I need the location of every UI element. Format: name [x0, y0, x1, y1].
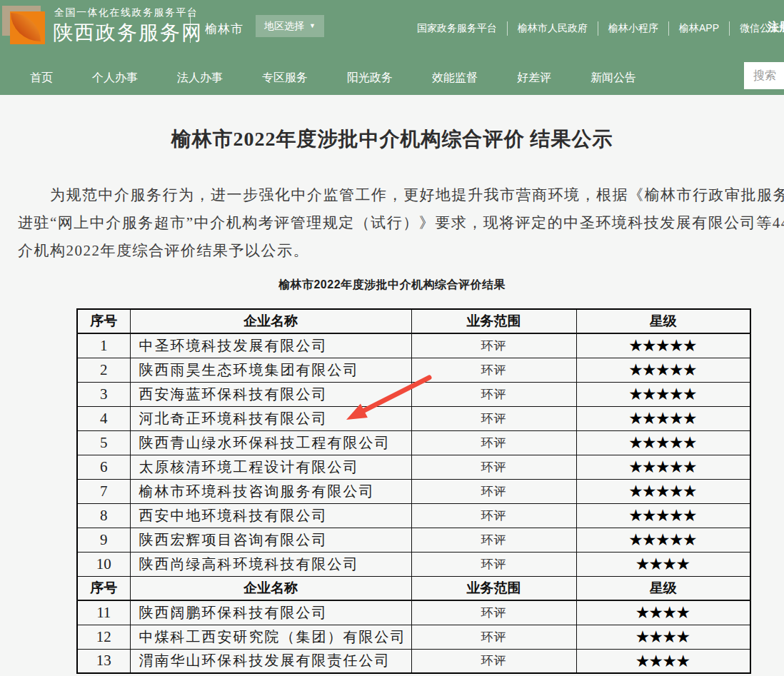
nav-item-home[interactable]: 首页 [30, 71, 53, 86]
top-link-national-platform[interactable]: 国家政务服务平台 [407, 21, 507, 36]
business-scope: 环评 [411, 406, 576, 430]
business-scope: 环评 [411, 382, 576, 406]
row-number: 13 [77, 649, 130, 673]
nav-item-news[interactable]: 新闻公告 [590, 71, 636, 86]
star-rating: ★★★★★ [576, 455, 750, 479]
company-name: 渭南华山环保科技发展有限责任公司 [130, 649, 411, 673]
row-number: 8 [77, 503, 130, 528]
business-scope: 环评 [411, 358, 576, 382]
table-row: 13 渭南华山环保科技发展有限责任公司 环评 ★★★★ [77, 649, 750, 673]
company-name: 陕西青山绿水环保科技工程有限公司 [130, 430, 411, 455]
company-name: 陕西雨昊生态环境集团有限公司 [130, 358, 411, 382]
star-rating: ★★★★★ [576, 503, 750, 528]
star-rating: ★★★★★ [576, 528, 750, 552]
row-number: 5 [77, 430, 130, 455]
star-rating: ★★★★★ [576, 406, 750, 430]
row-number: 3 [77, 382, 130, 406]
row-number: 2 [77, 358, 130, 382]
notice-paragraph: 为规范中介服务行为，进一步强化中介监管工作，更好地提升我市营商环境，根据《榆林市… [18, 181, 784, 265]
row-number: 6 [77, 455, 130, 479]
star-rating: ★★★★★ [576, 333, 750, 358]
table-row: 10 陕西尚绿高科环境科技有限公司 环评 ★★★★ [77, 552, 750, 576]
table-header-row: 序号 企业名称 业务范围 星级 [77, 309, 750, 333]
logo-orange-square [10, 11, 45, 44]
main-nav: 首页 个人办事 法人办事 专区服务 阳光政务 效能监督 好差评 新闻公告 [30, 71, 636, 86]
business-scope: 环评 [411, 625, 576, 649]
star-rating: ★★★★★ [576, 430, 750, 455]
nav-item-supervision[interactable]: 效能监督 [432, 71, 478, 86]
site-header: 全国一体化在线政务服务平台 陕西政务服务网 榆林市 地区选择 ▼ 国家政务服务平… [0, 0, 784, 95]
paragraph-line: 进驻“网上中介服务超市”中介机构考评管理规定（试行）》要求，现将评定的中圣环境科… [18, 209, 784, 237]
header-cell-scope: 业务范围 [411, 576, 576, 600]
top-link-city-government[interactable]: 榆林市人民政府 [507, 21, 598, 36]
company-name: 西安海蓝环保科技有限公司 [130, 382, 411, 406]
nav-item-legal-person[interactable]: 法人办事 [177, 71, 223, 86]
row-number: 7 [77, 479, 130, 503]
table-row: 1 中圣环境科技发展有限公司 环评 ★★★★★ [77, 333, 750, 358]
company-name: 太原核清环境工程设计有限公司 [130, 455, 411, 479]
business-scope: 环评 [411, 333, 576, 358]
business-scope: 环评 [411, 552, 576, 576]
row-number: 11 [77, 600, 130, 625]
company-name: 西安中地环境科技有限公司 [130, 503, 411, 528]
table-row: 11 陕西阔鹏环保科技有限公司 环评 ★★★★ [77, 600, 750, 625]
paragraph-line: 介机构2022年度综合评价结果予以公示。 [18, 237, 784, 265]
business-scope: 环评 [411, 430, 576, 455]
business-scope: 环评 [411, 649, 576, 673]
header-cell-no: 序号 [77, 576, 130, 600]
row-number: 12 [77, 625, 130, 649]
row-number: 10 [77, 552, 130, 576]
table-row: 7 榆林市环境科技咨询服务有限公司 环评 ★★★★★ [77, 479, 750, 503]
row-number: 1 [77, 333, 130, 358]
table-row: 3 西安海蓝环保科技有限公司 环评 ★★★★★ [77, 382, 750, 406]
chevron-down-icon: ▼ [309, 23, 316, 29]
business-scope: 环评 [411, 600, 576, 625]
business-scope: 环评 [411, 479, 576, 503]
region-selector-button[interactable]: 地区选择 ▼ [256, 15, 324, 37]
row-number: 4 [77, 406, 130, 430]
logo-leaf-icon [11, 13, 41, 41]
nav-item-personal[interactable]: 个人办事 [92, 71, 138, 86]
current-city-label: 榆林市 [205, 21, 243, 37]
nav-item-transparency[interactable]: 阳光政务 [347, 71, 393, 86]
register-link[interactable]: 注册 [768, 20, 784, 35]
star-rating: ★★★★ [576, 552, 750, 576]
table-row: 9 陕西宏辉项目咨询有限公司 环评 ★★★★★ [77, 528, 750, 552]
evaluation-table: 序号 企业名称 业务范围 星级 1 中圣环境科技发展有限公司 环评 ★★★★★ … [76, 308, 751, 674]
business-scope: 环评 [411, 528, 576, 552]
business-scope: 环评 [411, 503, 576, 528]
top-link-app[interactable]: 榆林APP [668, 21, 729, 36]
header-divider [190, 14, 191, 43]
region-selector-label: 地区选择 [264, 20, 304, 33]
top-link-mini-program[interactable]: 榆林小程序 [598, 21, 668, 36]
star-rating: ★★★★ [576, 625, 750, 649]
site-logo[interactable] [2, 6, 46, 46]
company-name: 中煤科工西安研究院（集团）有限公司 [130, 625, 411, 649]
table-row: 8 西安中地环境科技有限公司 环评 ★★★★★ [77, 503, 750, 528]
evaluation-table-body: 序号 企业名称 业务范围 星级 1 中圣环境科技发展有限公司 环评 ★★★★★ … [77, 309, 750, 673]
site-name: 陕西政务服务网 [53, 19, 203, 46]
star-rating: ★★★★ [576, 600, 750, 625]
search-input[interactable] [744, 62, 784, 89]
table-row: 6 太原核清环境工程设计有限公司 环评 ★★★★★ [77, 455, 750, 479]
table-header-row: 序号 企业名称 业务范围 星级 [77, 576, 750, 600]
star-rating: ★★★★ [576, 649, 750, 673]
company-name: 陕西宏辉项目咨询有限公司 [130, 528, 411, 552]
star-rating: ★★★★★ [576, 358, 750, 382]
header-cell-no: 序号 [77, 309, 130, 333]
header-cell-company: 企业名称 [130, 576, 411, 600]
header-cell-stars: 星级 [576, 576, 750, 600]
nav-item-special-zone[interactable]: 专区服务 [262, 71, 308, 86]
company-name: 中圣环境科技发展有限公司 [130, 333, 411, 358]
star-rating: ★★★★★ [576, 382, 750, 406]
nav-item-rating[interactable]: 好差评 [517, 71, 551, 86]
company-name: 榆林市环境科技咨询服务有限公司 [130, 479, 411, 503]
table-row: 12 中煤科工西安研究院（集团）有限公司 环评 ★★★★ [77, 625, 750, 649]
company-name: 河北奇正环境科技有限公司 [130, 406, 411, 430]
page-root: 全国一体化在线政务服务平台 陕西政务服务网 榆林市 地区选择 ▼ 国家政务服务平… [0, 0, 784, 676]
platform-label: 全国一体化在线政务服务平台 [54, 6, 198, 19]
star-rating: ★★★★★ [576, 479, 750, 503]
header-cell-scope: 业务范围 [411, 309, 576, 333]
table-row: 5 陕西青山绿水环保科技工程有限公司 环评 ★★★★★ [77, 430, 750, 455]
row-number: 9 [77, 528, 130, 552]
